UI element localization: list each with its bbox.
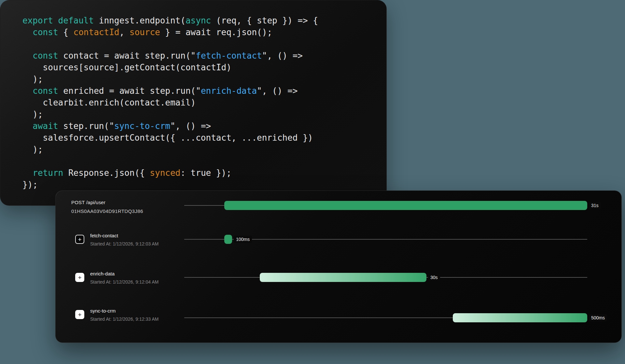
code-token: step.run(" xyxy=(58,121,114,131)
code-token: enriched = await step.run(" xyxy=(58,86,201,96)
code-token: ", () => xyxy=(262,51,303,61)
code-token: const xyxy=(33,86,58,96)
code-token: } = await req.json(); xyxy=(160,27,272,37)
code-token: sync-to-crm xyxy=(114,121,170,131)
code-token xyxy=(22,168,33,178)
code-token: ); xyxy=(22,109,43,119)
code-token: salesforce.upsertContact({ ...contact, .… xyxy=(22,133,313,143)
code-token: const xyxy=(33,51,58,61)
trace-run-id: 01HS0AA03V04D91RTDQ3J86 xyxy=(71,208,143,214)
code-token: await xyxy=(33,121,58,131)
code-line: const contact = await step.run("fetch-co… xyxy=(22,50,318,62)
plus-icon: + xyxy=(78,312,81,318)
code-line: ); xyxy=(22,108,318,120)
code-token: export xyxy=(22,16,53,25)
expand-step-button[interactable]: + xyxy=(75,235,84,244)
code-token: contactId xyxy=(74,27,119,37)
expand-step-button[interactable]: + xyxy=(75,310,84,319)
code-line: const enriched = await step.run("enrich-… xyxy=(22,85,318,97)
code-line: salesforce.upsertContact({ ...contact, .… xyxy=(22,132,318,144)
code-line: ); xyxy=(22,73,318,85)
code-line: export default inngest.endpoint(async (r… xyxy=(22,15,318,26)
duration-label: 500ms xyxy=(589,314,607,321)
code-token xyxy=(22,27,33,37)
code-line: }); xyxy=(22,179,318,190)
code-line xyxy=(22,155,318,167)
step-started-at: Started At: 1/12/2026, 9:12:33 AM xyxy=(90,316,159,322)
duration-label: 100ms xyxy=(234,236,252,243)
step-name: sync-to-crm xyxy=(90,308,116,314)
step-name: enrich-data xyxy=(90,271,115,276)
code-token xyxy=(22,121,33,131)
code-token: { xyxy=(58,27,74,37)
step-name: fetch-contact xyxy=(90,233,118,238)
code-token xyxy=(22,51,33,61)
code-line: sources[source].getContact(contactId) xyxy=(22,62,318,73)
code-token: const xyxy=(33,27,58,37)
plus-icon: + xyxy=(78,274,81,281)
code-line: ); xyxy=(22,144,318,155)
duration-label: 31s xyxy=(589,202,601,209)
code-token: , xyxy=(119,27,129,37)
timeline-bar[interactable] xyxy=(260,273,426,282)
code-panel: export default inngest.endpoint(async (r… xyxy=(0,0,387,206)
code-token: ); xyxy=(22,145,43,154)
code-line: return Response.json({ synced: true }); xyxy=(22,167,318,179)
code-token: contact = await step.run(" xyxy=(58,51,196,61)
trace-panel: POST /api/user 01HS0AA03V04D91RTDQ3J86 3… xyxy=(55,190,622,343)
code-token: }); xyxy=(22,180,38,189)
code-token: ); xyxy=(22,74,43,84)
code-token: ", () => xyxy=(170,121,211,131)
code-token: enrich-data xyxy=(201,86,257,96)
code-token: async xyxy=(186,16,211,25)
plus-icon: + xyxy=(78,236,81,243)
code-token xyxy=(53,16,58,25)
code-token: sources[source].getContact(contactId) xyxy=(22,63,231,72)
trace-request-title: POST /api/user xyxy=(71,200,105,205)
code-token: return xyxy=(33,168,63,178)
code-token: fetch-contact xyxy=(196,51,262,61)
code-token: (req, { step }) => { xyxy=(211,16,318,25)
code-token xyxy=(22,86,33,96)
code-line: await step.run("sync-to-crm", () => xyxy=(22,120,318,132)
code-token: : true }); xyxy=(180,168,231,178)
expand-step-button[interactable]: + xyxy=(75,273,84,282)
code-line: clearbit.enrich(contact.email) xyxy=(22,97,318,108)
code-token: source xyxy=(130,27,160,37)
code-token: default xyxy=(58,16,94,25)
code-token: inngest.endpoint( xyxy=(94,16,186,25)
code-token: ", () => xyxy=(257,86,298,96)
timeline-bar[interactable] xyxy=(453,313,587,322)
code-block: export default inngest.endpoint(async (r… xyxy=(22,15,318,190)
code-token: clearbit.enrich(contact.email) xyxy=(22,98,196,107)
timeline-bar[interactable] xyxy=(224,235,232,244)
code-line xyxy=(22,38,318,50)
step-started-at: Started At: 1/12/2026, 9:12:04 AM xyxy=(90,279,159,285)
code-line: const { contactId, source } = await req.… xyxy=(22,26,318,38)
duration-label: 30s xyxy=(428,274,440,281)
step-started-at: Started At: 1/12/2026, 9:12:03 AM xyxy=(90,241,159,246)
stage: export default inngest.endpoint(async (r… xyxy=(0,0,625,364)
code-token: synced xyxy=(150,168,180,178)
code-token: Response.json({ xyxy=(63,168,150,178)
timeline-bar[interactable] xyxy=(224,201,587,210)
